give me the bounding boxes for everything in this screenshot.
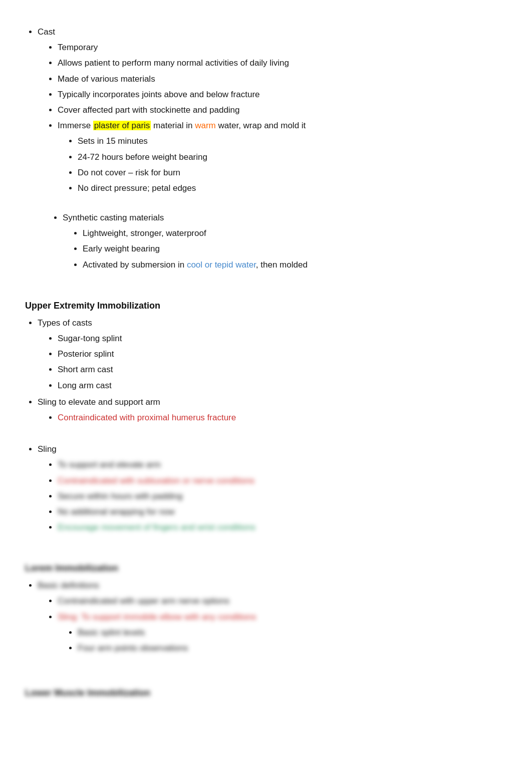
sling-list: Sling To support and elevate arm Contrai… — [25, 442, 507, 534]
weight-bearing-time: 24-72 hours before weight bearing — [78, 150, 507, 164]
sling-blurred-3: Secure within hours with padding — [58, 491, 182, 501]
immerse-text-middle: material in — [151, 121, 195, 130]
blurred-heading-1: Lorem Immobilization — [25, 563, 507, 574]
blurred-subitems-nested: Basic splint levels Four arm points obse… — [58, 626, 507, 655]
no-cover: Do not cover – risk for burn — [78, 166, 507, 179]
synthetic-item: Synthetic casting materials Lightweight,… — [63, 211, 507, 272]
upper-extremity-list: Types of casts Sugar-tong splint Posteri… — [25, 316, 507, 424]
sling-sub1: To support and elevate arm — [58, 458, 507, 471]
immerse-text-after: water, wrap and mold it — [216, 121, 306, 130]
cast-list: Cast Temporary Allows patient to perform… — [25, 25, 507, 195]
cast-subitem-cover: Cover affected part with stockinette and… — [58, 103, 507, 117]
synthetic-lightweight: Lightweight, stronger, waterproof — [83, 226, 507, 240]
blurred-text-2: Sling: To support immobile elbow with an… — [58, 612, 256, 622]
sling-blurred-4: No additional wrapping for now — [58, 507, 174, 516]
cast-subitem-joints: Typically incorporates joints above and … — [58, 88, 507, 101]
cast-subitem-materials: Made of various materials — [58, 72, 507, 86]
blurred-section-list: Basic definitions Contraindicated with u… — [25, 579, 507, 655]
posterior-splint: Posterior splint — [58, 347, 507, 361]
types-of-casts-label: Types of casts — [38, 318, 92, 328]
sling-sub2: Contraindicated with subluxation or nerv… — [58, 474, 507, 487]
sling-label: Sling — [38, 444, 57, 454]
synthetic-list: Synthetic casting materials Lightweight,… — [50, 211, 507, 272]
sling-blurred-5: Encourage movement of fingers and wrist … — [58, 523, 255, 532]
blurred-nested-text-2: Four arm points observations — [78, 643, 188, 653]
synthetic-label: Synthetic casting materials — [63, 213, 164, 222]
synthetic-subitems: Lightweight, stronger, waterproof Early … — [63, 226, 507, 272]
contraindicated-text: Contraindicated with proximal humerus fr… — [58, 413, 236, 422]
cast-label: Cast — [38, 27, 55, 37]
cast-subitem-temporary: Temporary — [58, 41, 507, 54]
immerse-subitems: Sets in 15 minutes 24-72 hours before we… — [58, 134, 507, 195]
blurred-heading-2: Lower Muscle Immobilization — [25, 688, 507, 698]
blurred-text-1: Contraindicated with upper arm nerve opt… — [58, 596, 229, 606]
sling-item: Sling To support and elevate arm Contrai… — [38, 442, 507, 534]
upper-extremity-heading: Upper Extremity Immobilization — [25, 301, 507, 311]
sling-blurred-1: To support and elevate arm — [58, 460, 161, 469]
sling-support-subitems: Contraindicated with proximal humerus fr… — [38, 411, 507, 424]
sets-time: Sets in 15 minutes — [78, 134, 507, 148]
immerse-text-before: Immerse — [58, 121, 93, 130]
blurred-section-item: Basic definitions Contraindicated with u… — [38, 579, 507, 655]
cast-subitem-immerse: Immerse plaster of paris material in war… — [58, 119, 507, 195]
sling-blurred-2: Contraindicated with subluxation or nerv… — [58, 476, 254, 485]
types-of-casts-item: Types of casts Sugar-tong splint Posteri… — [38, 316, 507, 392]
no-pressure: No direct pressure; petal edges — [78, 181, 507, 195]
activated-before: Activated by submersion in — [83, 260, 187, 270]
short-arm-cast: Short arm cast — [58, 363, 507, 376]
blurred-item2: Sling: To support immobile elbow with an… — [58, 610, 507, 655]
blurred-section-subitems: Contraindicated with upper arm nerve opt… — [38, 594, 507, 655]
plaster-highlight: plaster of paris — [93, 121, 151, 130]
synthetic-weight-bearing: Early weight bearing — [83, 242, 507, 255]
blurred-nested-2: Four arm points observations — [78, 641, 507, 655]
cast-item: Cast Temporary Allows patient to perform… — [38, 25, 507, 195]
synthetic-activated: Activated by submersion in cool or tepid… — [83, 258, 507, 272]
contraindicated-item: Contraindicated with proximal humerus fr… — [58, 411, 507, 424]
blurred-subheading: Basic definitions — [38, 581, 99, 590]
sling-sub5: Encourage movement of fingers and wrist … — [58, 520, 507, 534]
sling-sub4: No additional wrapping for now — [58, 505, 507, 518]
blurred-nested-text-1: Basic splint levels — [78, 628, 145, 637]
sling-subitems: To support and elevate arm Contraindicat… — [38, 458, 507, 534]
blurred-nested-1: Basic splint levels — [78, 626, 507, 639]
cast-subitems: Temporary Allows patient to perform many… — [38, 41, 507, 195]
cool-water-text: cool or tepid water — [187, 260, 256, 270]
cast-subitem-activities: Allows patient to perform many normal ac… — [58, 56, 507, 70]
sugar-tong: Sugar-tong splint — [58, 332, 507, 345]
sling-support-item: Sling to elevate and support arm Contrai… — [38, 395, 507, 424]
activated-after: , then molded — [256, 260, 308, 270]
long-arm-cast: Long arm cast — [58, 379, 507, 392]
warm-text: warm — [195, 121, 216, 130]
sling-support-text: Sling to elevate and support arm — [38, 397, 160, 407]
blurred-item1: Contraindicated with upper arm nerve opt… — [58, 594, 507, 608]
sling-sub3: Secure within hours with padding — [58, 489, 507, 503]
types-of-casts-subitems: Sugar-tong splint Posterior splint Short… — [38, 332, 507, 392]
